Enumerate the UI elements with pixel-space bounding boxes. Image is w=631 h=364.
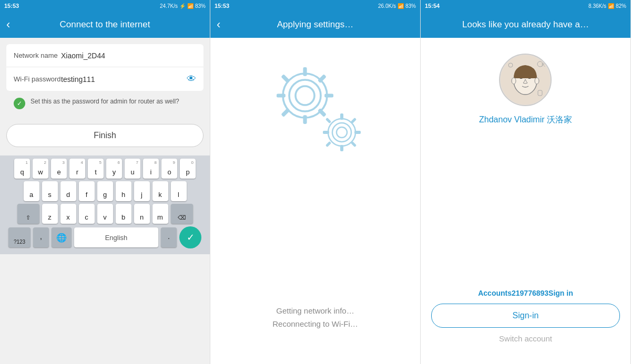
key-c[interactable]: c <box>79 204 95 224</box>
key-l[interactable]: l <box>171 181 187 201</box>
keyboard-row-2: a s d f g h j k l <box>2 181 208 201</box>
svg-rect-3 <box>303 67 307 76</box>
key-i[interactable]: 8i <box>143 159 159 179</box>
finish-button[interactable]: Finish <box>6 124 203 147</box>
sign-in-hint: Sign in <box>548 289 573 297</box>
key-k[interactable]: k <box>152 181 168 201</box>
key-r[interactable]: 4r <box>69 159 85 179</box>
key-globe[interactable]: 🌐 <box>52 227 72 247</box>
svg-point-2 <box>296 86 314 105</box>
key-e[interactable]: 3e <box>51 159 67 179</box>
key-y[interactable]: 6y <box>106 159 122 179</box>
time-1: 15:53 <box>4 3 19 9</box>
key-v[interactable]: v <box>97 204 113 224</box>
svg-rect-14 <box>340 113 343 120</box>
svg-rect-4 <box>303 115 307 124</box>
key-s[interactable]: s <box>42 181 58 201</box>
panel1-body: Network name Xiaomi_2D44 Wi-Fi password … <box>0 38 210 364</box>
svg-point-12 <box>332 123 351 142</box>
key-g[interactable]: g <box>97 181 113 201</box>
accounts-info: Accounts219776893Sign in <box>478 289 573 297</box>
svg-rect-16 <box>323 131 329 134</box>
header-1: ‹ Connect to the internet <box>0 12 210 38</box>
network-name-row: Network name Xiaomi_2D44 <box>6 44 203 67</box>
status-bar-2: 15:53 26.0K/s 📶 83% <box>210 0 420 12</box>
svg-rect-18 <box>325 118 331 123</box>
password-row[interactable]: Wi-Fi password testing111 👁 <box>6 67 203 91</box>
check-icon[interactable] <box>14 98 25 109</box>
accounts-label: Accounts <box>478 289 512 297</box>
panel3-body: 大 Zhdanov Vladimir 沃洛家 Accounts219776893… <box>421 38 630 364</box>
svg-point-27 <box>535 78 539 84</box>
svg-rect-15 <box>340 145 343 151</box>
wifi-form: Network name Xiaomi_2D44 Wi-Fi password … <box>6 44 203 91</box>
status-msg-1: Getting network info… <box>272 306 358 315</box>
panel-applying: 15:53 26.0K/s 📶 83% ‹ Applying settings… <box>210 0 421 364</box>
key-d[interactable]: d <box>60 181 76 201</box>
header-title-2: Applying settings… <box>277 19 354 30</box>
status-icons-1: 24.7K/s ⚡ 📶 83% <box>160 3 206 9</box>
key-shift[interactable]: ⇧ <box>17 204 39 224</box>
network-label: Network name <box>14 51 61 59</box>
account-name: Zhdanov Vladimir 沃洛家 <box>479 115 572 126</box>
checkbox-label: Set this as the password for admin for r… <box>30 97 179 106</box>
svg-rect-20 <box>325 141 331 147</box>
back-button-2[interactable]: ‹ <box>217 19 220 30</box>
wifi-icon-2: 📶 <box>398 3 404 9</box>
svg-rect-7 <box>281 74 290 83</box>
svg-point-13 <box>337 127 347 138</box>
wifi-icon: 📶 <box>187 3 194 9</box>
key-a[interactable]: a <box>24 181 39 201</box>
password-value: testing111 <box>61 75 187 84</box>
keyboard-row-1: 1q 2w 3e 4r 5t 6y 7u 8i 9o 0p <box>2 159 208 179</box>
header-title-1: Connect to the internet <box>59 19 150 30</box>
account-actions: Accounts219776893Sign in Sign-in Switch … <box>431 289 620 343</box>
bluetooth-icon: ⚡ <box>179 3 186 9</box>
time-3: 15:54 <box>425 3 440 9</box>
key-t[interactable]: 5t <box>88 159 104 179</box>
key-return[interactable]: ✓ <box>179 226 201 248</box>
key-delete[interactable]: ⌫ <box>171 204 193 224</box>
status-bar-3: 15:54 8.36K/s 📶 82% <box>421 0 630 12</box>
status-icons-3: 8.36K/s 📶 82% <box>588 3 626 9</box>
eye-icon[interactable]: 👁 <box>187 74 196 85</box>
key-period[interactable]: . <box>161 227 177 247</box>
key-q[interactable]: 1q <box>14 159 30 179</box>
svg-rect-6 <box>324 93 333 97</box>
sign-in-button[interactable]: Sign-in <box>431 304 620 328</box>
key-space[interactable]: English <box>74 227 158 247</box>
key-z[interactable]: z <box>42 204 58 224</box>
key-m[interactable]: m <box>152 204 168 224</box>
status-msg-2: Reconnecting to Wi-Fi… <box>272 319 358 328</box>
key-j[interactable]: j <box>134 181 150 201</box>
keyboard-row-4: ?123 , 🌐 English . ✓ <box>2 226 208 248</box>
key-f[interactable]: f <box>79 181 95 201</box>
wifi-icon-3: 📶 <box>608 3 614 9</box>
panel-account: 15:54 8.36K/s 📶 82% Looks like you alrea… <box>421 0 631 364</box>
key-numbers[interactable]: ?123 <box>8 227 30 247</box>
key-x[interactable]: x <box>60 204 76 224</box>
gear-small-icon <box>321 111 363 153</box>
key-comma[interactable]: , <box>33 227 49 247</box>
key-p[interactable]: 0p <box>180 159 196 179</box>
keyboard: 1q 2w 3e 4r 5t 6y 7u 8i 9o 0p a s d f g … <box>0 155 210 254</box>
key-h[interactable]: h <box>116 181 131 201</box>
svg-rect-5 <box>277 93 286 97</box>
key-b[interactable]: b <box>116 204 131 224</box>
key-o[interactable]: 9o <box>161 159 177 179</box>
switch-account-link[interactable]: Switch account <box>499 334 552 343</box>
avatar: 大 <box>499 54 552 106</box>
avatar-section: 大 Zhdanov Vladimir 沃洛家 <box>479 54 572 126</box>
svg-rect-17 <box>354 131 361 134</box>
key-w[interactable]: 2w <box>33 159 48 179</box>
key-u[interactable]: 7u <box>125 159 140 179</box>
svg-rect-9 <box>281 108 290 117</box>
time-2: 15:53 <box>215 3 229 9</box>
checkbox-row[interactable]: Set this as the password for admin for r… <box>6 91 203 116</box>
key-n[interactable]: n <box>134 204 150 224</box>
header-title-3: Looks like you already have a… <box>462 19 589 30</box>
back-button-1[interactable]: ‹ <box>6 19 10 30</box>
panel-connect: 15:53 24.7K/s ⚡ 📶 83% ‹ Connect to the i… <box>0 0 210 364</box>
status-bar-1: 15:53 24.7K/s ⚡ 📶 83% <box>0 0 210 12</box>
panel2-body: Getting network info… Reconnecting to Wi… <box>210 38 420 364</box>
